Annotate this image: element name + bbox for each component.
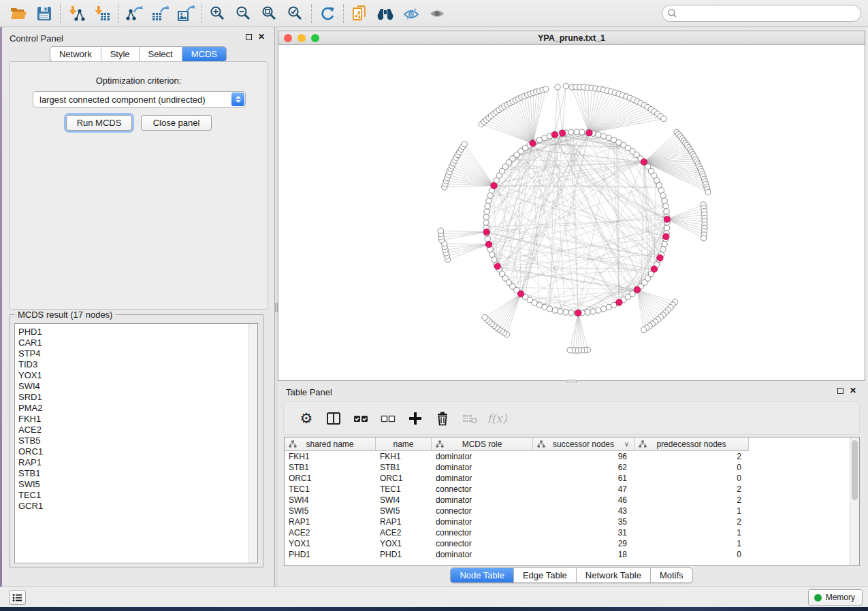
- show-columns-icon[interactable]: [325, 410, 342, 427]
- mcds-result-item[interactable]: RAP1: [18, 457, 257, 468]
- export-network-icon[interactable]: [121, 2, 147, 25]
- zoom-in-icon[interactable]: [205, 2, 231, 25]
- float-panel-icon[interactable]: [246, 34, 252, 40]
- mcds-result-item[interactable]: STB5: [18, 435, 257, 446]
- tab-select[interactable]: Select: [139, 47, 182, 61]
- mcds-result-item[interactable]: ACE2: [18, 425, 257, 435]
- delete-table-icon[interactable]: [461, 410, 479, 427]
- tab-network-table[interactable]: Network Table: [576, 568, 650, 582]
- share-document-icon[interactable]: [347, 2, 372, 25]
- close-panel-button[interactable]: Close panel: [141, 115, 212, 131]
- mcds-result-item[interactable]: SWI4: [18, 381, 257, 392]
- status-menu-button[interactable]: [9, 590, 26, 605]
- mcds-result-item[interactable]: ORC1: [18, 446, 257, 457]
- mcds-result-item[interactable]: STB1: [18, 468, 257, 479]
- mcds-result-item[interactable]: PHD1: [18, 327, 257, 337]
- column-header-MCDS-role[interactable]: MCDS role: [432, 437, 533, 451]
- cell-shared-name: ACE2: [285, 527, 376, 538]
- hide-selected-icon[interactable]: [398, 2, 424, 25]
- mcds-result-item[interactable]: GCR1: [18, 501, 257, 512]
- table-scrollbar-thumb[interactable]: [852, 440, 858, 500]
- close-panel-icon[interactable]: ✕: [258, 33, 265, 40]
- search-input[interactable]: [677, 7, 861, 20]
- add-column-icon[interactable]: [406, 410, 424, 427]
- control-panel: Control Panel ✕ NetworkStyleSelectMCDS O…: [2, 27, 274, 587]
- mcds-list-scrollbar[interactable]: [248, 324, 257, 563]
- toolbar-separator: [60, 4, 61, 23]
- select-all-icon[interactable]: [352, 410, 370, 427]
- node-table[interactable]: shared namenameMCDS rolesuccessor nodes∨…: [284, 437, 860, 566]
- refresh-icon[interactable]: [315, 2, 340, 25]
- cell-MCDS-role: dominator: [432, 473, 533, 484]
- column-label: successor nodes: [553, 440, 614, 449]
- table-row[interactable]: YOX1YOX1connector291: [285, 538, 850, 549]
- tab-node-table[interactable]: Node Table: [451, 568, 513, 582]
- column-header-predecessor-nodes[interactable]: predecessor nodes: [634, 437, 749, 451]
- open-session-icon[interactable]: [5, 2, 31, 25]
- mcds-result-item[interactable]: SWI5: [18, 479, 257, 490]
- memory-button[interactable]: Memory: [808, 589, 863, 606]
- criterion-select[interactable]: largest connected component (undirected): [33, 91, 246, 108]
- status-bar: Memory: [0, 587, 868, 607]
- cell-name: SWI5: [376, 506, 432, 516]
- table-row[interactable]: ACE2ACE2connector311: [285, 527, 850, 538]
- mcds-result-list[interactable]: PHD1CAR1STP4TID3YOX1SWI4SRD1PMA2FKH1ACE2…: [14, 323, 258, 563]
- import-table-icon[interactable]: [89, 2, 115, 25]
- cell-shared-name: STB1: [285, 462, 376, 473]
- mcds-result-item[interactable]: CAR1: [18, 337, 257, 348]
- cell-predecessor-nodes: 0: [634, 462, 749, 473]
- global-search[interactable]: [662, 5, 861, 22]
- column-header-name[interactable]: name: [376, 437, 432, 451]
- column-header-successor-nodes[interactable]: successor nodes∨: [533, 437, 634, 451]
- cell-shared-name: TEC1: [285, 484, 376, 495]
- table-row[interactable]: RAP1RAP1dominator352: [285, 516, 850, 527]
- show-eye-icon[interactable]: [424, 2, 450, 25]
- mcds-result-item[interactable]: TEC1: [18, 490, 257, 501]
- cell-shared-name: SWI4: [285, 495, 376, 506]
- function-builder-icon[interactable]: f(x): [488, 410, 506, 427]
- zoom-selected-icon[interactable]: [283, 2, 308, 25]
- cell-shared-name: ORC1: [285, 473, 376, 484]
- mcds-result-item[interactable]: PMA2: [18, 403, 257, 414]
- table-row[interactable]: SWI4SWI4dominator462: [285, 495, 850, 506]
- column-header-shared-name[interactable]: shared name: [285, 437, 376, 451]
- run-mcds-button[interactable]: Run MCDS: [66, 115, 132, 131]
- tab-network[interactable]: Network: [50, 47, 101, 61]
- toolbar-separator: [202, 4, 202, 23]
- tab-mcds[interactable]: MCDS: [182, 47, 226, 61]
- mcds-result-item[interactable]: TID3: [18, 359, 257, 370]
- table-row[interactable]: FKH1FKH1dominator962: [285, 451, 850, 462]
- zoom-fit-icon[interactable]: [257, 2, 283, 25]
- criterion-value: largest connected component (undirected): [39, 95, 206, 105]
- close-table-panel-icon[interactable]: ✕: [850, 387, 856, 394]
- mcds-result-item[interactable]: YOX1: [18, 370, 257, 381]
- network-canvas[interactable]: [278, 46, 865, 380]
- zoom-out-icon[interactable]: [231, 2, 257, 25]
- table-row[interactable]: TEC1TEC1connector472: [285, 484, 850, 495]
- export-table-icon[interactable]: [147, 2, 173, 25]
- delete-column-icon[interactable]: [434, 410, 451, 427]
- export-image-icon[interactable]: [173, 2, 199, 25]
- table-row[interactable]: SWI5SWI5connector431: [285, 506, 850, 516]
- save-session-icon[interactable]: [31, 2, 57, 25]
- cell-successor-nodes: 29: [533, 538, 634, 549]
- deselect-all-icon[interactable]: [379, 410, 397, 427]
- network-window-titlebar[interactable]: YPA_prune.txt_1: [278, 31, 865, 45]
- tab-style[interactable]: Style: [101, 47, 139, 61]
- table-row[interactable]: ORC1ORC1dominator610: [285, 473, 850, 484]
- tab-edge-table[interactable]: Edge Table: [513, 568, 576, 582]
- table-row[interactable]: PHD1PHD1dominator180: [285, 549, 850, 560]
- table-row[interactable]: STB1STB1dominator620: [285, 462, 850, 473]
- settings-gear-icon[interactable]: ⚙: [298, 410, 315, 427]
- table-scrollbar[interactable]: [850, 437, 859, 565]
- mcds-result-item[interactable]: STP4: [18, 348, 257, 359]
- float-table-panel-icon[interactable]: [837, 388, 843, 394]
- tab-motifs[interactable]: Motifs: [650, 568, 692, 582]
- cell-successor-nodes: 62: [533, 462, 634, 473]
- mcds-result-item[interactable]: SRD1: [18, 392, 257, 403]
- search-network-icon[interactable]: [372, 2, 398, 25]
- import-network-icon[interactable]: [63, 2, 89, 25]
- table-panel: Table Panel ✕ ⚙ f(x) shared namenameMCDS…: [278, 383, 865, 585]
- sort-descending-icon[interactable]: ∨: [624, 440, 629, 448]
- mcds-result-item[interactable]: FKH1: [18, 414, 257, 425]
